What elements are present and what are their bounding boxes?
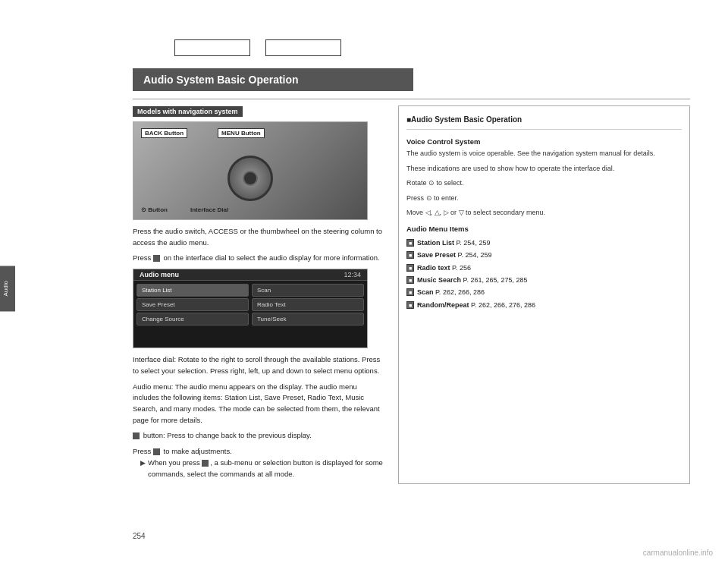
sub-bullet-1: ▶ When you press , a sub-menu or selecti… [140, 458, 383, 480]
icon-square-3 [153, 448, 160, 455]
radio-text-icon: ■ [406, 264, 414, 272]
menu-item-save-preset: ■ Save Preset P. 254, 259 [406, 250, 682, 260]
menu-item-scan: ■ Scan P. 262, 266, 286 [406, 287, 682, 297]
page-number: 254 [133, 532, 146, 540]
interface-dial-label: Interface Dial [190, 206, 228, 213]
sub-bullet-text: When you press , a sub-menu or selection… [148, 458, 383, 480]
audio-menu-header: Audio menu 12:34 [133, 269, 367, 281]
audio-menu-header-time: 12:34 [344, 271, 361, 278]
icon-square-2 [133, 432, 140, 439]
interface-dial-graphic [228, 156, 273, 201]
audio-menu-item-radio-text: Radio Text [252, 298, 364, 311]
section-label: Models with navigation system [133, 106, 243, 117]
press-text: Press ⊙ to enter. [406, 193, 682, 204]
music-search-icon: ■ [406, 276, 414, 284]
main-content: Audio System Basic Operation Models with… [133, 68, 690, 517]
title-divider [133, 99, 690, 99]
audio-menu-item-tune-seek: Tune/Seek [252, 313, 364, 326]
save-preset-icon: ■ [406, 251, 414, 259]
audio-menu-col-1: Station List Save Preset Change Source [136, 284, 249, 326]
voice-control-subtitle: Voice Control System [406, 136, 682, 147]
audio-menu-item-station-list: Station List [136, 284, 249, 297]
radio-text-text: Radio text P. 256 [417, 263, 471, 273]
watermark: carmanualonline.info [643, 549, 713, 557]
move-text: Move ◁, △, ▷ or ▽ to select secondary me… [406, 208, 682, 219]
menu-item-music-search: ■ Music Search P. 261, 265, 275, 285 [406, 275, 682, 285]
save-preset-text: Save Preset P. 254, 259 [417, 250, 491, 260]
left-text-4: Audio menu: The audio menu appears on th… [133, 382, 383, 426]
nav-box-1 [174, 39, 250, 56]
left-text-1: Press the audio switch, ACCESS or the th… [133, 226, 383, 248]
audio-menu-items-list-title: Audio Menu Items [406, 223, 682, 234]
music-search-text: Music Search P. 261, 265, 275, 285 [417, 275, 527, 285]
side-tab-label: Audio [2, 281, 9, 296]
menu-button-label: MENU Button [218, 128, 265, 138]
audio-menu-header-title: Audio menu [140, 271, 179, 278]
left-text-6: Press to make adjustments. ▶ When you pr… [133, 446, 383, 480]
indications-text: These indications are used to show how t… [406, 164, 682, 175]
menu-item-random-repeat: ■ Random/Repeat P. 262, 266, 276, 286 [406, 300, 682, 310]
car-dashboard-image: BACK Button MENU Button [133, 121, 368, 220]
dash-labels: BACK Button MENU Button [141, 128, 265, 138]
page-container: Audio Audio System Basic Operation Model… [0, 0, 728, 563]
menu-item-radio-text: ■ Radio text P. 256 [406, 263, 682, 273]
side-tab: Audio [0, 266, 15, 311]
audio-menu-items-display: Station List Save Preset Change Source S… [133, 281, 367, 329]
icon-square-1 [153, 255, 160, 262]
audio-menu-item-scan: Scan [252, 284, 364, 297]
audio-menu-items-list: Audio Menu Items ■ Station List P. 254, … [406, 223, 682, 311]
scan-text: Scan P. 262, 266, 286 [417, 287, 485, 297]
content-body: Models with navigation system BACK Butto… [133, 105, 690, 484]
title-bar: Audio System Basic Operation [133, 68, 413, 91]
voice-control-text: The audio system is voice operable. See … [406, 149, 682, 159]
dial-center [243, 171, 258, 186]
nav-box-2 [265, 39, 341, 56]
right-panel: ■Audio System Basic Operation Voice Cont… [398, 105, 690, 484]
rotate-text: Rotate ⊙ to select. [406, 178, 682, 189]
audio-menu-item-save-preset: Save Preset [136, 298, 249, 311]
top-nav [174, 39, 341, 56]
left-text-2: Press on the interface dial to select th… [133, 253, 383, 264]
station-list-text: Station List P. 254, 259 [417, 237, 490, 248]
right-panel-title: ■Audio System Basic Operation [406, 114, 682, 130]
scan-icon: ■ [406, 288, 414, 296]
random-repeat-text: Random/Repeat P. 262, 266, 276, 286 [417, 300, 535, 310]
audio-menu-item-change-source: Change Source [136, 313, 249, 326]
dash-bottom-labels: ⊙ Button Interface Dial [141, 206, 228, 213]
menu-item-station-list: ■ Station List P. 254, 259 [406, 237, 682, 248]
audio-menu-screenshot: Audio menu 12:34 Station List Save Prese… [133, 269, 368, 348]
icon-square-4 [202, 460, 209, 467]
circle-button-label: ⊙ Button [141, 206, 168, 213]
station-list-icon: ■ [406, 239, 414, 247]
audio-menu-col-2: Scan Radio Text Tune/Seek [252, 284, 364, 326]
left-text-3: Interface dial: Rotate to the right to s… [133, 354, 383, 376]
left-panel: Models with navigation system BACK Butto… [133, 105, 383, 484]
main-title: Audio System Basic Operation [143, 74, 299, 86]
arrow-right-icon: ▶ [140, 458, 146, 469]
random-repeat-icon: ■ [406, 301, 414, 309]
left-text-5: button: Press to change back to the prev… [133, 430, 383, 442]
back-button-label: BACK Button [141, 128, 187, 138]
